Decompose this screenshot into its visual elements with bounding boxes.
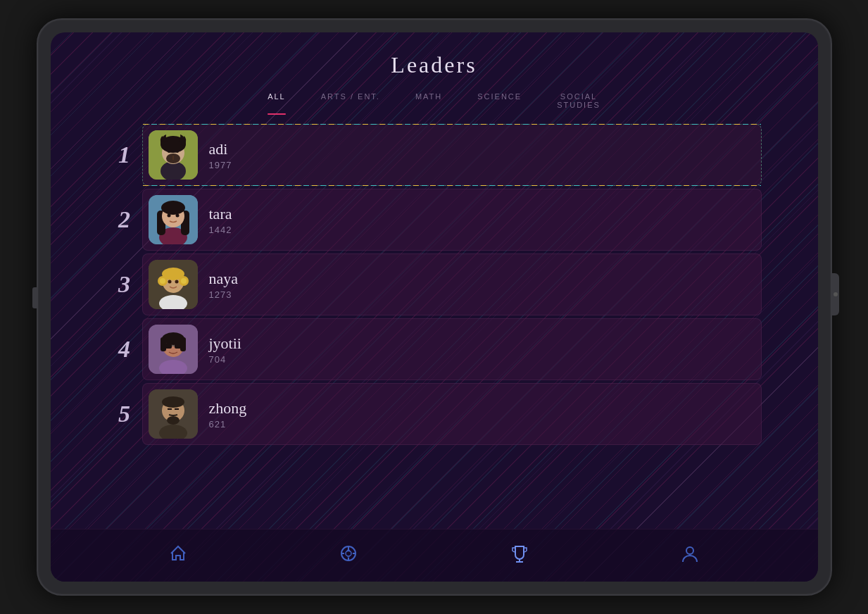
tab-all[interactable]: ALL <box>268 92 286 115</box>
svg-marker-49 <box>346 555 351 559</box>
leader-info: zhong 621 <box>209 399 750 430</box>
leader-card: jyotii 704 <box>142 318 762 380</box>
table-row[interactable]: 1 <box>107 124 762 186</box>
rank-number: 4 <box>107 336 142 363</box>
table-row[interactable]: 5 <box>107 383 762 445</box>
leader-score: 1442 <box>209 225 750 235</box>
leader-name: adi <box>209 140 750 158</box>
leader-info: jyotii 704 <box>209 334 750 365</box>
home-nav-button[interactable] <box>163 538 194 573</box>
leader-card: naya 1273 <box>142 253 762 315</box>
leader-score: 1273 <box>209 289 750 300</box>
app-content: Leaders ALL ARTS / ENT. MATH SCIENCE SOC… <box>51 32 818 582</box>
svg-point-22 <box>160 278 165 284</box>
svg-marker-48 <box>346 548 351 552</box>
avatar <box>149 195 198 244</box>
tablet-device: Leaders ALL ARTS / ENT. MATH SCIENCE SOC… <box>37 18 832 596</box>
svg-point-24 <box>168 280 171 284</box>
leader-card: zhong 621 <box>142 383 762 445</box>
compass-nav-button[interactable] <box>333 538 364 573</box>
leaderboard-list: 1 <box>51 120 818 529</box>
svg-point-43 <box>346 551 351 556</box>
tab-arts[interactable]: ARTS / ENT. <box>321 92 380 115</box>
svg-point-5 <box>168 150 170 153</box>
leader-card: tara 1442 <box>142 189 762 251</box>
svg-point-14 <box>167 214 170 218</box>
leader-score: 704 <box>209 354 750 365</box>
leader-name: naya <box>209 270 750 288</box>
leader-info: adi 1977 <box>209 140 750 170</box>
profile-nav-button[interactable] <box>674 538 705 573</box>
table-row[interactable]: 3 <box>107 253 762 315</box>
table-row[interactable]: 4 <box>107 318 762 380</box>
svg-rect-32 <box>164 344 172 349</box>
tab-math[interactable]: MATH <box>415 92 442 115</box>
svg-point-38 <box>162 396 184 408</box>
tab-social[interactable]: SOCIALSTUDIES <box>557 92 600 115</box>
avatar <box>149 389 198 439</box>
rank-number: 1 <box>107 142 142 168</box>
leader-name: tara <box>209 205 750 223</box>
trophy-nav-button[interactable] <box>504 538 535 573</box>
tablet-screen: Leaders ALL ARTS / ENT. MATH SCIENCE SOC… <box>51 32 818 582</box>
avatar <box>149 130 198 180</box>
leader-score: 621 <box>209 419 750 430</box>
tab-science[interactable]: SCIENCE <box>477 92 522 115</box>
svg-rect-33 <box>175 344 182 349</box>
tab-bar: ALL ARTS / ENT. MATH SCIENCE SOCIALSTUDI… <box>51 85 818 115</box>
leader-info: tara 1442 <box>209 205 750 235</box>
header: Leaders <box>51 32 818 85</box>
rank-number: 5 <box>107 401 142 427</box>
volume-button[interactable] <box>32 287 37 308</box>
table-row[interactable]: 2 <box>107 189 762 251</box>
home-button[interactable] <box>832 273 839 315</box>
leader-name: jyotii <box>209 334 750 353</box>
avatar <box>149 325 198 374</box>
leader-info: naya 1273 <box>209 270 750 300</box>
svg-point-23 <box>181 278 187 284</box>
leader-name: zhong <box>209 399 750 418</box>
svg-point-52 <box>686 547 693 554</box>
svg-point-15 <box>175 214 179 218</box>
svg-point-13 <box>161 201 185 215</box>
leader-card: adi 1977 <box>142 124 762 186</box>
svg-point-6 <box>176 150 179 153</box>
page-title: Leaders <box>51 52 818 78</box>
leader-score: 1977 <box>209 160 750 170</box>
rank-number: 2 <box>107 206 142 233</box>
bottom-nav <box>51 529 818 582</box>
rank-number: 3 <box>107 271 142 298</box>
avatar <box>149 260 198 309</box>
svg-point-25 <box>175 280 178 284</box>
